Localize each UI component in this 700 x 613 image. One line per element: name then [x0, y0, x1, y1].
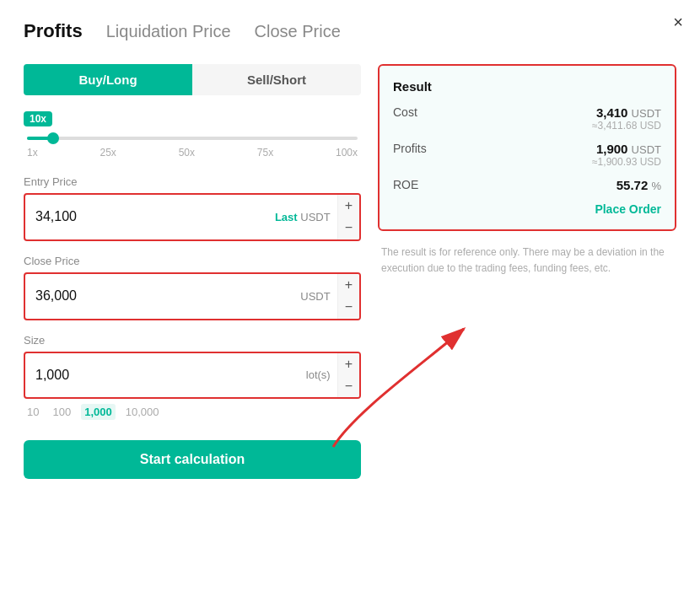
entry-price-suffix: Last USDT — [268, 211, 337, 223]
toggle-row: Buy/Long Sell/Short — [24, 64, 361, 95]
result-value-group-cost: 3,410 USDT ≈3,411.68 USD — [592, 105, 661, 132]
leverage-container: 10x 1x 25x 50x 75x 100x — [24, 110, 361, 159]
place-order-link[interactable]: Place Order — [393, 202, 661, 216]
sell-short-button[interactable]: Sell/Short — [192, 64, 361, 95]
content-area: Buy/Long Sell/Short 10x 1x 25x 50x 75x — [24, 64, 676, 479]
size-controls: + − — [337, 353, 359, 398]
entry-price-unit: USDT — [300, 211, 330, 223]
result-value-group-profits: 1,900 USDT ≈1,900.93 USD — [592, 142, 661, 168]
tick-100x: 100x — [336, 147, 358, 159]
close-price-plus[interactable]: + — [338, 274, 359, 296]
result-cost-sub: ≈3,411.68 USD — [592, 120, 661, 132]
buy-long-button[interactable]: Buy/Long — [24, 64, 192, 95]
tick-75x: 75x — [257, 147, 273, 159]
close-price-input-group: USDT + − — [24, 272, 361, 320]
right-panel: Result Cost 3,410 USDT ≈3,411.68 USD Pro… — [378, 64, 676, 479]
size-opt-10[interactable]: 10 — [24, 404, 42, 420]
size-opt-1000[interactable]: 1,000 — [81, 404, 116, 420]
slider-wrapper: 1x 25x 50x 75x 100x — [24, 137, 361, 159]
result-value-group-roe: 55.72 % — [617, 178, 661, 192]
size-label: Size — [24, 334, 361, 347]
slider-thumb[interactable] — [47, 132, 59, 144]
close-price-label: Close Price — [24, 255, 361, 267]
result-cost-unit: USDT — [632, 107, 661, 120]
result-profits-unit: USDT — [632, 143, 661, 156]
close-price-input[interactable] — [25, 280, 293, 312]
disclaimer: The result is for reference only. There … — [378, 245, 676, 277]
leverage-badge: 10x — [24, 111, 52, 126]
result-profits-number: 1,900 — [596, 142, 628, 156]
entry-price-controls: + − — [337, 195, 359, 239]
result-row-profits: Profits 1,900 USDT ≈1,900.93 USD — [393, 142, 661, 168]
entry-price-last: Last — [275, 211, 298, 223]
size-options: 10 100 1,000 10,000 — [24, 404, 361, 420]
tab-close-price[interactable]: Close Price — [255, 22, 341, 43]
size-input-group: lot(s) + − — [24, 352, 361, 400]
tab-profits[interactable]: Profits — [24, 20, 83, 44]
result-row-roe: ROE 55.72 % — [393, 178, 661, 192]
result-key-roe: ROE — [393, 178, 418, 191]
start-calculation-button[interactable]: Start calculation — [24, 440, 361, 479]
size-input[interactable] — [25, 359, 299, 391]
tick-25x: 25x — [100, 147, 116, 159]
entry-price-minus[interactable]: − — [338, 217, 359, 239]
result-roe-unit: % — [651, 180, 661, 192]
entry-price-field: Entry Price Last USDT + − — [24, 175, 361, 241]
size-opt-10000[interactable]: 10,000 — [122, 404, 163, 420]
close-price-minus[interactable]: − — [338, 296, 359, 318]
result-value-cost: 3,410 USDT — [592, 105, 661, 120]
result-value-roe: 55.72 % — [617, 178, 661, 192]
slider-track — [27, 137, 358, 140]
result-box: Result Cost 3,410 USDT ≈3,411.68 USD Pro… — [378, 64, 676, 231]
size-unit: lot(s) — [306, 368, 331, 381]
tick-50x: 50x — [179, 147, 195, 159]
left-panel: Buy/Long Sell/Short 10x 1x 25x 50x 75x — [24, 64, 361, 479]
result-roe-number: 55.72 — [617, 178, 649, 192]
size-field: Size lot(s) + − 10 100 1,000 10,000 — [24, 334, 361, 421]
tick-1x: 1x — [27, 147, 38, 159]
modal: × Profits Liquidation Price Close Price … — [0, 0, 700, 613]
entry-price-plus[interactable]: + — [338, 195, 359, 217]
result-profits-sub: ≈1,900.93 USD — [592, 156, 661, 168]
close-button[interactable]: × — [673, 13, 683, 30]
entry-price-label: Entry Price — [24, 175, 361, 188]
tab-liquidation-price[interactable]: Liquidation Price — [106, 22, 231, 43]
result-row-cost: Cost 3,410 USDT ≈3,411.68 USD — [393, 105, 661, 132]
result-key-profits: Profits — [393, 142, 427, 155]
close-price-unit: USDT — [300, 290, 330, 303]
result-value-profits: 1,900 USDT — [592, 142, 661, 156]
close-price-field: Close Price USDT + − — [24, 255, 361, 320]
entry-price-input[interactable] — [25, 201, 268, 233]
result-key-cost: Cost — [393, 105, 417, 119]
size-plus[interactable]: + — [338, 353, 359, 375]
close-price-controls: + − — [337, 274, 359, 319]
slider-labels: 1x 25x 50x 75x 100x — [27, 147, 358, 159]
result-cost-number: 3,410 — [596, 105, 628, 120]
result-title: Result — [393, 79, 661, 94]
size-opt-100[interactable]: 100 — [49, 404, 74, 420]
entry-price-input-group: Last USDT + − — [24, 193, 361, 241]
tabs-row: Profits Liquidation Price Close Price — [24, 20, 676, 44]
close-price-suffix: USDT — [293, 290, 337, 303]
size-suffix: lot(s) — [299, 368, 337, 381]
size-minus[interactable]: − — [338, 375, 359, 397]
